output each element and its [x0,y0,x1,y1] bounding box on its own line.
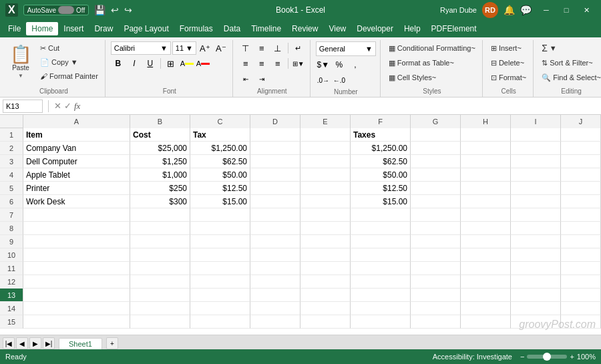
row-number[interactable]: 5 [0,182,23,195]
list-item[interactable]: Dell Computer [23,155,130,168]
list-item[interactable]: $15.00 [351,195,411,208]
close-button[interactable]: ✕ [577,3,596,17]
list-item[interactable] [250,302,300,315]
list-item[interactable] [300,289,351,302]
font-name-selector[interactable]: Calibri ▼ [111,41,171,55]
list-item[interactable] [300,248,351,262]
list-item[interactable] [511,182,561,195]
list-item[interactable]: Printer [23,182,130,195]
fill-color-button[interactable]: A [180,57,194,70]
zoom-in-button[interactable]: + [570,353,574,361]
cell-reference-box[interactable]: K13 [3,100,43,113]
list-item[interactable] [300,235,351,248]
list-item[interactable] [561,142,601,155]
list-item[interactable] [130,275,190,289]
list-item[interactable] [300,315,351,329]
list-item[interactable]: $300 [130,195,190,208]
list-item[interactable] [190,235,250,248]
list-item[interactable] [130,222,190,235]
list-item[interactable] [511,248,561,262]
list-item[interactable] [411,195,461,208]
list-item[interactable] [461,222,511,235]
list-item[interactable] [411,182,461,195]
align-top-button[interactable]: ⊤ [238,41,253,55]
zoom-out-button[interactable]: − [520,353,524,361]
list-item[interactable] [250,142,300,155]
col-header-e[interactable]: E [300,115,351,128]
minimize-button[interactable]: ─ [537,3,556,17]
list-item[interactable] [250,275,300,289]
copy-button[interactable]: 📄 Copy ▼ [37,55,101,69]
list-item[interactable] [461,128,511,142]
list-item[interactable] [190,275,250,289]
list-item[interactable] [190,208,250,222]
list-item[interactable] [250,289,300,302]
list-item[interactable]: $62.50 [190,155,250,168]
find-select-button[interactable]: 🔍 Find & Select~ [539,71,601,84]
list-item[interactable] [250,208,300,222]
list-item[interactable] [351,275,411,289]
merge-cells-button[interactable]: ⊞▼ [291,57,306,70]
col-header-a[interactable]: A [23,115,130,128]
list-item[interactable] [130,315,190,329]
list-item[interactable] [511,289,561,302]
row-number[interactable]: 1 [0,128,23,142]
comments-icon[interactable]: 💬 [520,5,532,15]
list-item[interactable] [300,222,351,235]
sheet-tab-sheet1[interactable]: Sheet1 [59,338,102,349]
list-item[interactable] [411,302,461,315]
list-item[interactable] [190,222,250,235]
list-item[interactable] [130,235,190,248]
list-item[interactable] [511,235,561,248]
indent-increase-button[interactable]: ⇥ [254,72,269,85]
list-item[interactable] [250,195,300,208]
list-item[interactable] [411,262,461,275]
conditional-formatting-button[interactable]: ▦ Conditional Formatting~ [386,41,478,55]
list-item[interactable] [561,155,601,168]
increase-font-button[interactable]: A⁺ [198,41,212,55]
row-number[interactable]: 7 [0,208,23,222]
col-header-c[interactable]: C [190,115,250,128]
list-item[interactable] [130,262,190,275]
list-item[interactable]: $1,250 [130,155,190,168]
list-item[interactable] [411,315,461,329]
format-as-table-button[interactable]: ▦ Format as Table~ [386,56,478,69]
list-item[interactable] [250,235,300,248]
list-item[interactable] [190,262,250,275]
col-header-d[interactable]: D [250,115,300,128]
list-item[interactable]: Apple Tablet [23,168,130,182]
share-icon[interactable]: 🔔 [504,5,515,15]
menu-home[interactable]: Home [26,22,58,35]
col-header-f[interactable]: F [351,115,411,128]
font-size-selector[interactable]: 11 ▼ [172,41,196,55]
menu-page-layout[interactable]: Page Layout [118,22,174,35]
row-number[interactable]: 10 [0,248,23,262]
menu-developer[interactable]: Developer [351,22,399,35]
list-item[interactable] [411,275,461,289]
list-item[interactable]: Tax [190,128,250,142]
list-item[interactable] [300,195,351,208]
list-item[interactable] [461,168,511,182]
list-item[interactable] [511,168,561,182]
list-item[interactable] [351,262,411,275]
confirm-formula-icon[interactable]: ✓ [64,101,71,111]
percent-button[interactable]: % [332,58,347,71]
list-item[interactable] [351,208,411,222]
col-header-j[interactable]: J [561,115,601,128]
list-item[interactable] [23,315,130,329]
underline-button[interactable]: U [143,57,158,70]
delete-button[interactable]: ⊟ Delete~ [488,56,529,69]
list-item[interactable] [250,222,300,235]
list-item[interactable]: $62.50 [351,155,411,168]
list-item[interactable] [190,302,250,315]
maximize-button[interactable]: □ [557,3,576,17]
list-item[interactable] [561,128,601,142]
list-item[interactable] [250,128,300,142]
currency-button[interactable]: $▼ [316,58,331,71]
row-number[interactable]: 2 [0,142,23,155]
save-icon[interactable]: 💾 [94,5,106,15]
align-bottom-button[interactable]: ⊥ [270,41,285,55]
last-sheet-button[interactable]: ▶| [43,337,55,349]
format-button[interactable]: ⊡ Format~ [488,71,529,84]
list-item[interactable] [300,262,351,275]
